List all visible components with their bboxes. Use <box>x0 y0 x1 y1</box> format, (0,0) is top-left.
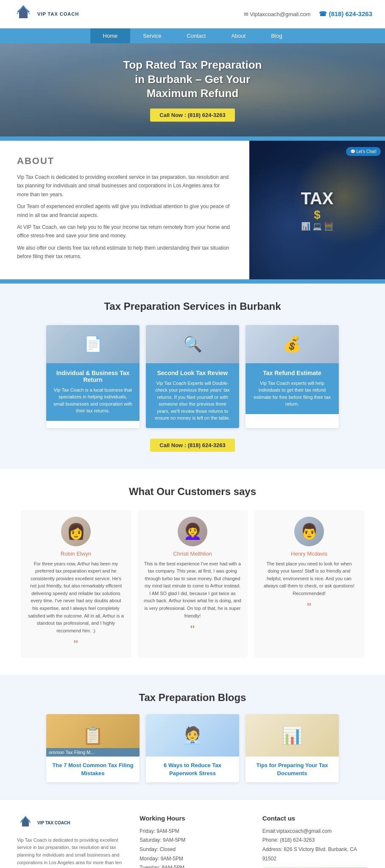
footer: VIP TAX COACH Vip Tax Coach is dedicated… <box>0 799 385 868</box>
blog-body-2: 6 Ways to Reduce Tax Paperwork Stress <box>146 757 239 782</box>
blog-img-2: 🧑‍💼 <box>146 714 239 757</box>
footer-hours-list: Friday: 9AM-5PM Saturday: 9AM-5PM Sunday… <box>139 827 245 868</box>
service-icon-1: 📄 <box>84 335 103 353</box>
blog-link-2[interactable]: 6 Ways to Reduce Tax Paperwork Stress <box>151 762 234 777</box>
service-img-2: 🔍 <box>146 325 239 363</box>
service-icon-3: 💰 <box>283 335 302 353</box>
footer-logo-icon <box>17 815 34 832</box>
about-para-3: At VIP Tax Coach, we can help you to fil… <box>17 223 232 240</box>
testimonials-heading: What Our Customers says <box>17 486 368 498</box>
about-text-column: ABOUT Vip Tax Coach is dedicated to prov… <box>0 141 249 279</box>
service-img-1: 📄 <box>46 325 139 363</box>
phone-display[interactable]: ☎ (818) 624-3263 <box>319 10 372 18</box>
main-nav: Home Service Contact About Blog <box>0 28 385 43</box>
service-desc-3: Vip Tax Coach experts will help individu… <box>252 380 332 408</box>
footer-col-hours: Working Hours Friday: 9AM-5PM Saturday: … <box>139 815 245 868</box>
quote-mark-3: " <box>260 601 358 614</box>
contact-info: ✉ Viptaxcoach@gmail.com ☎ (818) 624-3263 <box>244 10 372 18</box>
testimonials-grid: 👩 Robin Elwyn For three years now, Arthu… <box>17 510 368 658</box>
footer-hours-1: Saturday: 9AM-5PM <box>139 836 245 845</box>
testimonial-text-3: The best place you need to look for when… <box>260 560 358 598</box>
testimonial-text-1: For three years now, Arthur has been my … <box>27 560 125 635</box>
hero-heading: Top Rated Tax Preparation in Burbank – G… <box>123 58 262 101</box>
hero-cta-button[interactable]: Call Now : (818) 624-3263 <box>150 108 234 122</box>
testimonial-card-2: 👩‍🦱 Christi Mellhlion This is the best e… <box>137 510 248 658</box>
footer-hours-heading: Working Hours <box>139 815 245 822</box>
about-section: ABOUT Vip Tax Coach is dedicated to prov… <box>0 141 385 279</box>
logo[interactable]: VIP TAX COACH <box>13 3 79 25</box>
blog-body-1: The 7 Most Common Tax Filing Mistakes <box>46 757 139 782</box>
nav-contact[interactable]: Contact <box>174 28 219 43</box>
quote-mark-1: " <box>27 638 125 651</box>
about-image-column: TAX $ 📊 💻 🧮 💬 Let's Chat! <box>249 141 385 279</box>
chat-bubble[interactable]: 💬 Let's Chat! <box>346 147 381 156</box>
blog-img-1: 📋 ommon Tax Filing M... <box>46 714 139 757</box>
footer-col-about: VIP TAX COACH Vip Tax Coach is dedicated… <box>17 815 123 868</box>
footer-about-text: Vip Tax Coach is dedicated to providing … <box>17 837 123 868</box>
service-icon-2: 🔍 <box>183 335 202 353</box>
footer-hours-2: Sunday: Closed <box>139 845 245 854</box>
blog-grid: 📋 ommon Tax Filing M... The 7 Most Commo… <box>17 714 368 782</box>
service-card-2[interactable]: 🔍 Second Look Tax Review Vip Tax Coach E… <box>146 325 239 428</box>
footer-contact-heading: Contact us <box>262 815 368 822</box>
services-heading: Tax Preparation Services in Burbank <box>17 300 368 312</box>
testimonial-name-2: Christi Mellhlion <box>144 551 241 557</box>
hero-section: Top Rated Tax Preparation in Burbank – G… <box>0 43 385 136</box>
nav-blog[interactable]: Blog <box>258 28 295 43</box>
service-desc-2: Vip Tax Coach Experts will Double-check … <box>152 380 233 422</box>
blog-card-1[interactable]: 📋 ommon Tax Filing M... The 7 Most Commo… <box>46 714 139 782</box>
footer-address: Address: 826 S Victory Blvd. Burbank, CA… <box>262 845 368 863</box>
testimonials-section: What Our Customers says 👩 Robin Elwyn Fo… <box>0 469 385 675</box>
nav-home[interactable]: Home <box>90 28 131 43</box>
testimonial-avatar-1: 👩 <box>61 517 91 546</box>
blue-divider <box>0 136 385 141</box>
service-body-1: Individual & Business Tax Return Vip Tax… <box>46 363 139 421</box>
blog-link-3[interactable]: Tips for Preparing Your Tax Documents <box>251 762 334 777</box>
service-title-2: Second Look Tax Review <box>152 370 233 376</box>
footer-col-contact: Contact us Email:viptaxcoach@gmail.com P… <box>262 815 368 868</box>
blog-overlay-1: ommon Tax Filing M... <box>46 748 139 757</box>
about-image-bg: TAX $ 📊 💻 🧮 <box>249 141 385 279</box>
testimonial-card-3: 👨 Henry Mcdavis The best place you need … <box>254 510 364 658</box>
footer-hours-4: Tuesday: 9AM-5PM <box>139 863 245 868</box>
service-card-3[interactable]: 💰 Tax Refund Estimate Vip Tax Coach expe… <box>246 325 339 428</box>
blog-card-2[interactable]: 🧑‍💼 6 Ways to Reduce Tax Paperwork Stres… <box>146 714 239 782</box>
service-title-1: Individual & Business Tax Return <box>53 370 133 383</box>
service-title-3: Tax Refund Estimate <box>252 370 332 376</box>
blog-img-3: 📊 <box>246 714 339 757</box>
brand-name: VIP TAX COACH <box>37 11 79 17</box>
footer-grid: VIP TAX COACH Vip Tax Coach is dedicated… <box>17 815 368 868</box>
footer-phone[interactable]: Phone: (818) 624-3263 <box>262 836 368 845</box>
footer-logo: VIP TAX COACH <box>17 815 123 832</box>
testimonial-avatar-3: 👨 <box>294 517 324 546</box>
testimonial-card-1: 👩 Robin Elwyn For three years now, Arthu… <box>21 510 131 658</box>
blog-icon-3: 📊 <box>282 726 303 746</box>
about-para-4: We also offer our clients free tax refun… <box>17 244 232 261</box>
testimonial-text-2: This is the best experience I've ever ha… <box>144 560 241 620</box>
top-bar: VIP TAX COACH ✉ Viptaxcoach@gmail.com ☎ … <box>0 0 385 28</box>
services-cta-button[interactable]: Call Now : (818) 624-3263 <box>150 439 234 452</box>
quote-mark-2: " <box>144 623 241 637</box>
nav-service[interactable]: Service <box>130 28 174 43</box>
footer-brand-name: VIP TAX COACH <box>37 821 70 825</box>
blog-section: Tax Preparation Blogs 📋 ommon Tax Filing… <box>0 675 385 799</box>
blog-card-3[interactable]: 📊 Tips for Preparing Your Tax Documents <box>246 714 339 782</box>
blog-icon-1: 📋 <box>82 726 103 746</box>
blue-divider-2 <box>0 279 385 284</box>
testimonial-name-3: Henry Mcdavis <box>260 551 358 557</box>
testimonial-avatar-2: 👩‍🦱 <box>178 517 207 546</box>
hero-content: Top Rated Tax Preparation in Burbank – G… <box>123 58 262 122</box>
services-section: Tax Preparation Services in Burbank 📄 In… <box>0 284 385 469</box>
footer-hours-3: Monday: 9AM-5PM <box>139 854 245 864</box>
blog-icon-2: 🧑‍💼 <box>182 726 203 746</box>
testimonial-name-1: Robin Elwyn <box>27 551 125 557</box>
nav-about[interactable]: About <box>218 28 258 43</box>
footer-email: Email:viptaxcoach@gmail.com <box>262 827 368 836</box>
tax-visual: TAX $ 📊 💻 🧮 <box>301 189 333 231</box>
blog-link-1[interactable]: The 7 Most Common Tax Filing Mistakes <box>51 762 134 777</box>
footer-hours-0: Friday: 9AM-5PM <box>139 827 245 836</box>
service-img-3: 💰 <box>246 325 339 363</box>
about-para-1: Vip Tax Coach is dedicated to providing … <box>17 173 232 199</box>
service-card-1[interactable]: 📄 Individual & Business Tax Return Vip T… <box>46 325 139 428</box>
service-body-2: Second Look Tax Review Vip Tax Coach Exp… <box>146 363 239 428</box>
